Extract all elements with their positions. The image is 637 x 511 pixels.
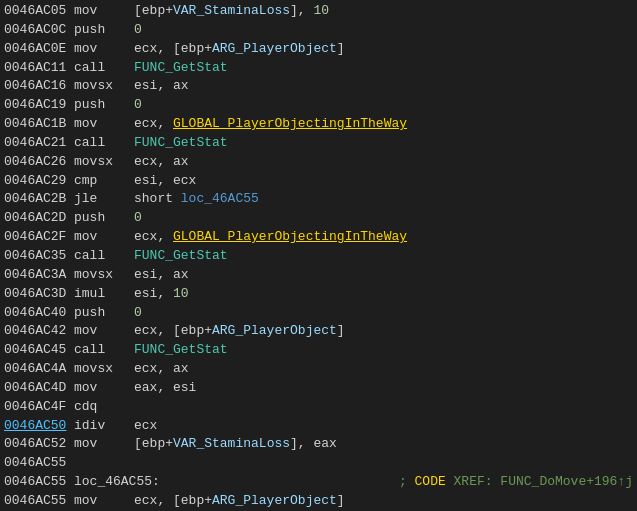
mnemonic: cmp <box>74 172 134 191</box>
label-ref: loc_46AC55 <box>181 191 259 206</box>
operand: [ebp+VAR_StaminaLoss], 10 <box>134 2 329 21</box>
mnemonic: imul <box>74 285 134 304</box>
label: loc_46AC55: <box>74 473 157 492</box>
operand: ecx, GLOBAL_PlayerObjectingInTheWay <box>134 115 407 134</box>
mnemonic: mov <box>74 435 134 454</box>
number: 10 <box>173 286 189 301</box>
address: 0046AC11 <box>4 59 74 78</box>
code-line[interactable]: 0046AC16movsxesi, ax <box>0 77 637 96</box>
code-line[interactable]: 0046AC55movecx, [ebp+ARG_PlayerObject] <box>0 492 637 511</box>
func-ref: FUNC_GetStat <box>134 342 228 357</box>
code-line[interactable]: 0046AC4Fcdq <box>0 398 637 417</box>
arg-ref: ARG_PlayerObject <box>212 493 337 508</box>
operand: ecx, ax <box>134 153 189 172</box>
operand: ecx, [ebp+ARG_PlayerObject] <box>134 40 345 59</box>
address: 0046AC29 <box>4 172 74 191</box>
address: 0046AC4D <box>4 379 74 398</box>
global-ref: GLOBAL_PlayerObjectingInTheWay <box>173 229 407 244</box>
code-line[interactable]: 0046AC11callFUNC_GetStat <box>0 59 637 78</box>
operand: FUNC_GetStat <box>134 247 228 266</box>
code-line[interactable]: 0046AC21callFUNC_GetStat <box>0 134 637 153</box>
operand: eax, esi <box>134 379 196 398</box>
address: 0046AC05 <box>4 2 74 21</box>
var-ref: VAR_StaminaLoss <box>173 3 290 18</box>
operand: ecx, [ebp+ARG_PlayerObject] <box>134 492 345 511</box>
arg-ref: ARG_PlayerObject <box>212 323 337 338</box>
operand: esi, 10 <box>134 285 189 304</box>
address: 0046AC2F <box>4 228 74 247</box>
mnemonic: push <box>74 96 134 115</box>
code-line[interactable]: 0046AC52mov[ebp+VAR_StaminaLoss], eax <box>0 435 637 454</box>
code-line[interactable]: 0046AC2Bjleshort loc_46AC55 <box>0 190 637 209</box>
code-line[interactable]: 0046AC55loc_46AC55: ; CODE XREF: FUNC_Do… <box>0 473 637 492</box>
code-line[interactable]: 0046AC29cmpesi, ecx <box>0 172 637 191</box>
mnemonic: call <box>74 341 134 360</box>
mnemonic: mov <box>74 115 134 134</box>
global-ref: GLOBAL_PlayerObjectingInTheWay <box>173 116 407 131</box>
mnemonic: call <box>74 59 134 78</box>
mnemonic: call <box>74 134 134 153</box>
mnemonic: mov <box>74 492 134 511</box>
address: 0046AC50 <box>4 417 74 436</box>
func-ref: FUNC_GetStat <box>134 248 228 263</box>
address: 0046AC52 <box>4 435 74 454</box>
address: 0046AC26 <box>4 153 74 172</box>
mnemonic: push <box>74 209 134 228</box>
code-line[interactable]: 0046AC0Cpush0 <box>0 21 637 40</box>
code-line[interactable]: 0046AC19push0 <box>0 96 637 115</box>
code-line[interactable]: 0046AC4Amovsxecx, ax <box>0 360 637 379</box>
operand: 0 <box>134 96 142 115</box>
code-line[interactable]: 0046AC45callFUNC_GetStat <box>0 341 637 360</box>
operand: 0 <box>134 209 142 228</box>
address: 0046AC2B <box>4 190 74 209</box>
number: 10 <box>313 3 329 18</box>
code-line[interactable]: 0046AC3Amovsxesi, ax <box>0 266 637 285</box>
code-line[interactable]: 0046AC50idivecx <box>0 417 637 436</box>
mnemonic: mov <box>74 2 134 21</box>
operand: FUNC_GetStat <box>134 59 228 78</box>
mnemonic: idiv <box>74 417 134 436</box>
code-line[interactable]: 0046AC1Bmovecx, GLOBAL_PlayerObjectingIn… <box>0 115 637 134</box>
code-line[interactable]: 0046AC4Dmoveax, esi <box>0 379 637 398</box>
address: 0046AC21 <box>4 134 74 153</box>
code-line[interactable]: 0046AC2Fmovecx, GLOBAL_PlayerObjectingIn… <box>0 228 637 247</box>
code-line[interactable]: 0046AC42movecx, [ebp+ARG_PlayerObject] <box>0 322 637 341</box>
address: 0046AC40 <box>4 304 74 323</box>
address: 0046AC45 <box>4 341 74 360</box>
address: 0046AC55 <box>4 492 74 511</box>
address: 0046AC0E <box>4 40 74 59</box>
code-line[interactable]: 0046AC0Emovecx, [ebp+ARG_PlayerObject] <box>0 40 637 59</box>
address: 0046AC3D <box>4 285 74 304</box>
code-line[interactable]: 0046AC2Dpush0 <box>0 209 637 228</box>
operand: esi, ax <box>134 77 189 96</box>
func-ref: FUNC_GetStat <box>134 60 228 75</box>
number: 0 <box>134 210 142 225</box>
address: 0046AC3A <box>4 266 74 285</box>
code-line[interactable]: 0046AC05mov[ebp+VAR_StaminaLoss], 10 <box>0 2 637 21</box>
code-line[interactable]: 0046AC40push0 <box>0 304 637 323</box>
address: 0046AC4A <box>4 360 74 379</box>
operand: [ebp+VAR_StaminaLoss], eax <box>134 435 337 454</box>
code-view: 0046AC05mov[ebp+VAR_StaminaLoss], 100046… <box>0 0 637 511</box>
address: 0046AC1B <box>4 115 74 134</box>
operand: ecx <box>134 417 157 436</box>
mnemonic: movsx <box>74 77 134 96</box>
operand: short loc_46AC55 <box>134 190 259 209</box>
code-line[interactable]: 0046AC35callFUNC_GetStat <box>0 247 637 266</box>
comment: ; CODE XREF: FUNC_DoMove+196↑j <box>399 473 633 492</box>
address: 0046AC16 <box>4 77 74 96</box>
operand: 0 <box>134 304 142 323</box>
code-word: CODE <box>415 474 446 489</box>
code-line[interactable]: 0046AC55 <box>0 454 637 473</box>
code-line[interactable]: 0046AC3Dimulesi, 10 <box>0 285 637 304</box>
mnemonic: mov <box>74 379 134 398</box>
operand: ecx, GLOBAL_PlayerObjectingInTheWay <box>134 228 407 247</box>
mnemonic: movsx <box>74 153 134 172</box>
address: 0046AC55 <box>4 454 74 473</box>
code-line[interactable]: 0046AC26movsxecx, ax <box>0 153 637 172</box>
number: 0 <box>134 97 142 112</box>
mnemonic: push <box>74 21 134 40</box>
number: 0 <box>134 305 142 320</box>
mnemonic: movsx <box>74 360 134 379</box>
operand: ecx, ax <box>134 360 189 379</box>
